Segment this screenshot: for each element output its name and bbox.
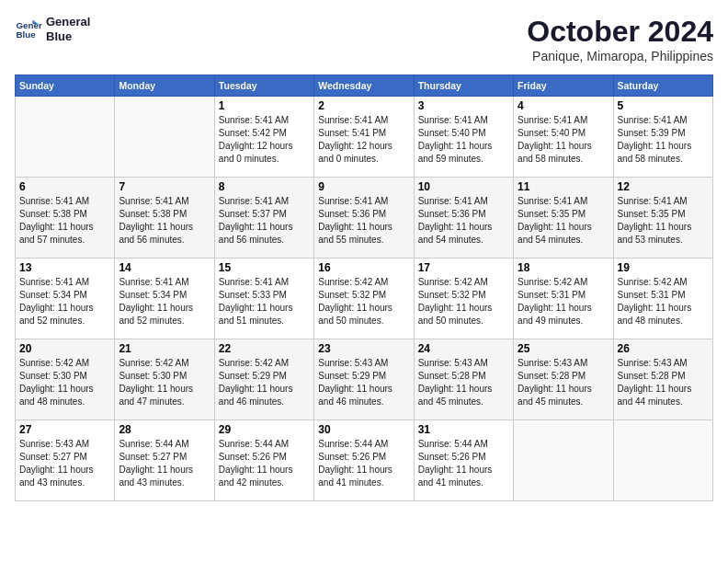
day-header-tuesday: Tuesday (214, 75, 313, 97)
day-info: Sunrise: 5:41 AM Sunset: 5:34 PM Dayligh… (119, 276, 210, 327)
day-number: 6 (19, 180, 110, 193)
calendar-cell: 31Sunrise: 5:44 AM Sunset: 5:26 PM Dayli… (414, 420, 513, 501)
day-number: 26 (618, 342, 709, 355)
day-number: 29 (219, 423, 310, 436)
logo-text-line2: Blue (46, 29, 90, 44)
day-number: 13 (19, 261, 110, 274)
svg-text:Blue: Blue (17, 29, 37, 40)
day-number: 19 (618, 261, 709, 274)
day-number: 28 (119, 423, 210, 436)
day-info: Sunrise: 5:42 AM Sunset: 5:32 PM Dayligh… (318, 276, 409, 327)
day-number: 9 (318, 180, 409, 193)
calendar-cell (16, 97, 115, 178)
day-number: 1 (219, 99, 310, 112)
title-area: October 2024 Panique, Mimaropa, Philippi… (527, 15, 713, 63)
day-header-friday: Friday (514, 75, 613, 97)
day-number: 21 (119, 342, 210, 355)
calendar-cell: 14Sunrise: 5:41 AM Sunset: 5:34 PM Dayli… (115, 259, 214, 339)
day-info: Sunrise: 5:41 AM Sunset: 5:36 PM Dayligh… (418, 195, 509, 247)
day-info: Sunrise: 5:44 AM Sunset: 5:26 PM Dayligh… (219, 438, 310, 489)
day-number: 12 (618, 180, 709, 193)
day-number: 4 (518, 99, 609, 112)
day-number: 30 (318, 423, 409, 436)
day-number: 31 (418, 423, 509, 436)
day-info: Sunrise: 5:43 AM Sunset: 5:27 PM Dayligh… (19, 438, 110, 489)
day-number: 22 (219, 342, 310, 355)
day-info: Sunrise: 5:42 AM Sunset: 5:30 PM Dayligh… (19, 357, 110, 408)
header-row: SundayMondayTuesdayWednesdayThursdayFrid… (16, 75, 713, 97)
day-number: 24 (418, 342, 509, 355)
calendar-cell: 24Sunrise: 5:43 AM Sunset: 5:28 PM Dayli… (414, 339, 513, 420)
day-info: Sunrise: 5:43 AM Sunset: 5:28 PM Dayligh… (618, 357, 709, 408)
day-info: Sunrise: 5:44 AM Sunset: 5:26 PM Dayligh… (418, 438, 509, 489)
day-number: 20 (19, 342, 110, 355)
calendar-cell: 27Sunrise: 5:43 AM Sunset: 5:27 PM Dayli… (16, 420, 115, 501)
day-number: 16 (318, 261, 409, 274)
calendar-cell: 10Sunrise: 5:41 AM Sunset: 5:36 PM Dayli… (414, 178, 513, 259)
day-info: Sunrise: 5:41 AM Sunset: 5:42 PM Dayligh… (219, 114, 310, 166)
logo-text-line1: General (46, 15, 90, 29)
calendar-week-5: 27Sunrise: 5:43 AM Sunset: 5:27 PM Dayli… (16, 420, 713, 501)
logo-icon: General Blue (15, 16, 42, 43)
day-info: Sunrise: 5:44 AM Sunset: 5:26 PM Dayligh… (318, 438, 409, 489)
calendar-cell: 15Sunrise: 5:41 AM Sunset: 5:33 PM Dayli… (214, 259, 313, 339)
day-info: Sunrise: 5:41 AM Sunset: 5:33 PM Dayligh… (219, 276, 310, 327)
day-info: Sunrise: 5:41 AM Sunset: 5:39 PM Dayligh… (618, 114, 709, 166)
calendar-cell: 13Sunrise: 5:41 AM Sunset: 5:34 PM Dayli… (16, 259, 115, 339)
day-number: 10 (418, 180, 509, 193)
day-info: Sunrise: 5:42 AM Sunset: 5:32 PM Dayligh… (418, 276, 509, 327)
calendar-cell: 22Sunrise: 5:42 AM Sunset: 5:29 PM Dayli… (214, 339, 313, 420)
day-info: Sunrise: 5:42 AM Sunset: 5:29 PM Dayligh… (219, 357, 310, 408)
day-info: Sunrise: 5:41 AM Sunset: 5:41 PM Dayligh… (318, 114, 409, 166)
header: General Blue General Blue October 2024 P… (15, 15, 713, 63)
calendar-cell (613, 420, 712, 501)
month-title: October 2024 (527, 15, 713, 49)
calendar-cell: 4Sunrise: 5:41 AM Sunset: 5:40 PM Daylig… (514, 97, 613, 178)
day-number: 17 (418, 261, 509, 274)
day-info: Sunrise: 5:41 AM Sunset: 5:40 PM Dayligh… (418, 114, 509, 166)
location-subtitle: Panique, Mimaropa, Philippines (527, 49, 713, 63)
day-info: Sunrise: 5:42 AM Sunset: 5:31 PM Dayligh… (618, 276, 709, 327)
calendar-week-1: 1Sunrise: 5:41 AM Sunset: 5:42 PM Daylig… (16, 97, 713, 178)
calendar-week-4: 20Sunrise: 5:42 AM Sunset: 5:30 PM Dayli… (16, 339, 713, 420)
calendar-cell: 5Sunrise: 5:41 AM Sunset: 5:39 PM Daylig… (613, 97, 712, 178)
day-number: 15 (219, 261, 310, 274)
day-number: 18 (518, 261, 609, 274)
day-header-wednesday: Wednesday (314, 75, 414, 97)
calendar-cell (115, 97, 214, 178)
calendar-cell: 7Sunrise: 5:41 AM Sunset: 5:38 PM Daylig… (115, 178, 214, 259)
calendar-cell: 3Sunrise: 5:41 AM Sunset: 5:40 PM Daylig… (414, 97, 513, 178)
calendar-cell: 20Sunrise: 5:42 AM Sunset: 5:30 PM Dayli… (16, 339, 115, 420)
day-info: Sunrise: 5:41 AM Sunset: 5:40 PM Dayligh… (518, 114, 609, 166)
day-info: Sunrise: 5:43 AM Sunset: 5:28 PM Dayligh… (518, 357, 609, 408)
day-info: Sunrise: 5:44 AM Sunset: 5:27 PM Dayligh… (119, 438, 210, 489)
calendar-cell: 19Sunrise: 5:42 AM Sunset: 5:31 PM Dayli… (613, 259, 712, 339)
day-info: Sunrise: 5:41 AM Sunset: 5:37 PM Dayligh… (219, 195, 310, 247)
day-info: Sunrise: 5:43 AM Sunset: 5:28 PM Dayligh… (418, 357, 509, 408)
calendar-cell: 2Sunrise: 5:41 AM Sunset: 5:41 PM Daylig… (314, 97, 414, 178)
day-header-saturday: Saturday (613, 75, 712, 97)
day-number: 11 (518, 180, 609, 193)
day-info: Sunrise: 5:41 AM Sunset: 5:35 PM Dayligh… (518, 195, 609, 247)
calendar-cell: 30Sunrise: 5:44 AM Sunset: 5:26 PM Dayli… (314, 420, 414, 501)
day-info: Sunrise: 5:43 AM Sunset: 5:29 PM Dayligh… (318, 357, 409, 408)
calendar-cell: 21Sunrise: 5:42 AM Sunset: 5:30 PM Dayli… (115, 339, 214, 420)
day-header-thursday: Thursday (414, 75, 513, 97)
day-number: 27 (19, 423, 110, 436)
calendar-cell: 23Sunrise: 5:43 AM Sunset: 5:29 PM Dayli… (314, 339, 414, 420)
calendar-cell: 9Sunrise: 5:41 AM Sunset: 5:36 PM Daylig… (314, 178, 414, 259)
calendar-cell: 17Sunrise: 5:42 AM Sunset: 5:32 PM Dayli… (414, 259, 513, 339)
day-header-sunday: Sunday (16, 75, 115, 97)
day-info: Sunrise: 5:41 AM Sunset: 5:35 PM Dayligh… (618, 195, 709, 247)
day-info: Sunrise: 5:42 AM Sunset: 5:30 PM Dayligh… (119, 357, 210, 408)
calendar-cell: 25Sunrise: 5:43 AM Sunset: 5:28 PM Dayli… (514, 339, 613, 420)
day-number: 7 (119, 180, 210, 193)
day-number: 14 (119, 261, 210, 274)
calendar-cell: 6Sunrise: 5:41 AM Sunset: 5:38 PM Daylig… (16, 178, 115, 259)
day-number: 23 (318, 342, 409, 355)
day-number: 8 (219, 180, 310, 193)
calendar-cell: 1Sunrise: 5:41 AM Sunset: 5:42 PM Daylig… (214, 97, 313, 178)
calendar-cell: 26Sunrise: 5:43 AM Sunset: 5:28 PM Dayli… (613, 339, 712, 420)
day-info: Sunrise: 5:41 AM Sunset: 5:34 PM Dayligh… (19, 276, 110, 327)
calendar-week-2: 6Sunrise: 5:41 AM Sunset: 5:38 PM Daylig… (16, 178, 713, 259)
